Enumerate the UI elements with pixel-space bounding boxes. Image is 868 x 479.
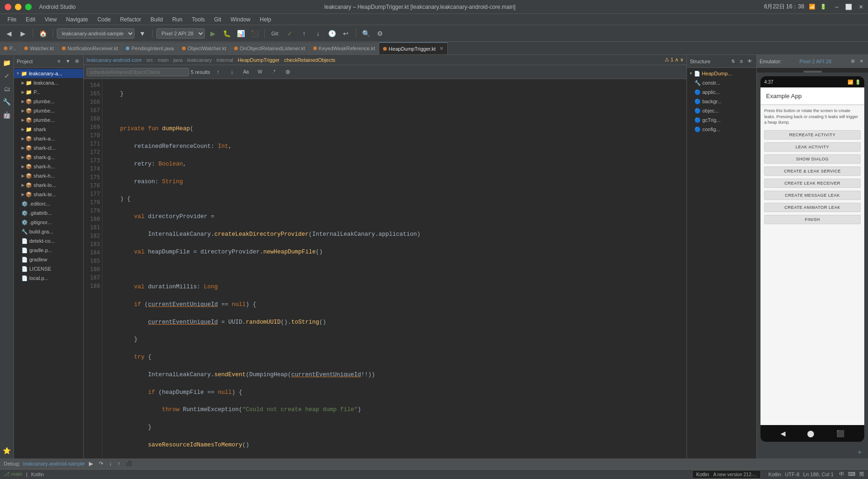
search-all[interactable]: 🔍 (360, 27, 372, 40)
tree-item-gitattrib[interactable]: ⚙️ .gitattrib... (14, 208, 83, 218)
favorites-icon[interactable]: ⭐ (1, 445, 13, 457)
struct-gctrig[interactable]: 🔵 gcTrig... (687, 115, 756, 125)
menu-help[interactable]: Help (256, 15, 275, 24)
window-close[interactable]: ✕ (859, 4, 863, 10)
profile-button[interactable]: 📊 (235, 27, 247, 40)
struct-config[interactable]: 🔵 config... (687, 125, 756, 134)
forward-button[interactable]: ▶ (17, 27, 29, 40)
menu-view[interactable]: View (41, 15, 61, 24)
run-config-settings[interactable]: ▼ (136, 27, 148, 40)
menu-build[interactable]: Build (147, 15, 167, 24)
git-push[interactable]: ↓ (312, 27, 324, 40)
home-button[interactable]: 🏠 (37, 27, 49, 40)
window-minimize[interactable]: − (835, 3, 839, 11)
menu-refactor[interactable]: Refactor (116, 15, 145, 24)
tree-item-leakcana[interactable]: ▶ 📁 leakcana... (14, 78, 83, 87)
settings-button[interactable]: ⚙ (374, 27, 386, 40)
tab-keyed-weak-ref[interactable]: KeyedWeakReference.kt (310, 42, 379, 54)
build-icon[interactable]: 🔧 (1, 96, 13, 108)
git-update[interactable]: ↑ (298, 27, 310, 40)
menu-git[interactable]: Git (210, 15, 225, 24)
tree-item-shark-lo[interactable]: ▶ 📦 shark-lo... (14, 180, 83, 190)
tree-item-plumbe1[interactable]: ▶ 📦 plumbe... (14, 97, 83, 106)
encoding-indicator[interactable]: UTF-8 (785, 472, 799, 477)
tree-item-detekt[interactable]: 📄 detekt-co... (14, 236, 83, 246)
create-message-leak-button[interactable]: CREATE MESSAGE LEAK (764, 191, 861, 200)
tree-item-plumbe3[interactable]: ▶ 📦 plumbe... (14, 115, 83, 125)
structure-visibility[interactable]: 👁 (746, 58, 754, 65)
tree-item-gradlew[interactable]: 📄 gradlew (14, 255, 83, 264)
structure-sort[interactable]: ⇅ (729, 58, 737, 65)
back-button[interactable]: ◀ (3, 27, 15, 40)
tree-item-shark-g[interactable]: ▶ 📦 shark-g... (14, 153, 83, 162)
project-icon[interactable]: 📁 (1, 57, 13, 69)
tab-heap-dump-trigger[interactable]: HeapDumpTrigger.kt ✕ (379, 42, 448, 54)
menu-window[interactable]: Window (227, 15, 254, 24)
tree-item-shark-a[interactable]: ▶ 📦 shark-a... (14, 134, 83, 143)
search-case[interactable]: Aa (240, 66, 252, 78)
create-leak-service-button[interactable]: CREATE & LEAK SERVICE (764, 166, 861, 176)
struct-backgr[interactable]: 🔵 backgr... (687, 97, 756, 106)
create-leak-receiver-button[interactable]: CREATE LEAK RECEIVER (764, 179, 861, 188)
back-nav-icon[interactable]: ◀ (781, 430, 786, 437)
search-prev[interactable]: ↑ (212, 66, 224, 78)
menu-edit[interactable]: Edit (22, 15, 39, 24)
menu-file[interactable]: File (4, 15, 20, 24)
struct-heapdump[interactable]: ▼ 📄 HeapDump... (687, 69, 756, 78)
project-dropdown[interactable]: leakcanary-android-sample (57, 28, 135, 39)
tab-object-watcher[interactable]: ObjectWatcher.kt (178, 42, 230, 54)
menu-navigate[interactable]: Navigate (62, 15, 92, 24)
tree-item-gitignore[interactable]: ⚙️ .gitignor... (14, 218, 83, 227)
tree-item-local-prop[interactable]: 📄 local.p... (14, 273, 83, 283)
tree-item-editorconfig[interactable]: ⚙️ .editorc... (14, 199, 83, 208)
resource-icon[interactable]: 🗂 (1, 83, 13, 95)
leak-activity-button[interactable]: LEAK ACTIVITY (764, 142, 861, 152)
collapse-all[interactable]: ▼ (64, 58, 72, 65)
debug-button[interactable]: 🐛 (221, 27, 233, 40)
stop-button[interactable]: ⬛ (249, 27, 261, 40)
window-maximize[interactable]: ⬜ (845, 4, 852, 10)
struct-applic[interactable]: 🔵 applic... (687, 87, 756, 97)
search-regex[interactable]: .* (268, 66, 280, 78)
run-button[interactable]: ▶ (207, 27, 219, 40)
tree-item-shark[interactable]: ▶ 📁 shark (14, 125, 83, 134)
maximize-button[interactable] (25, 4, 32, 10)
emulator-settings[interactable]: ⚙ (849, 58, 857, 65)
search-input[interactable] (87, 68, 189, 76)
add-device-button[interactable]: + (855, 447, 864, 457)
create-animator-leak-button[interactable]: CREATE ANIMATOR LEAK (764, 203, 861, 212)
home-nav-icon[interactable]: ⬤ (807, 430, 814, 437)
tree-item-shark-cl[interactable]: ▶ 📦 shark-cl... (14, 143, 83, 153)
tree-item-plumbe2[interactable]: ▶ 📦 plumbe... (14, 106, 83, 115)
code-area[interactable]: 164 165 166 167 168 169 170 171 172 173 … (84, 79, 686, 459)
code-content[interactable]: } private fun dumpHeap( retainedReferenc… (102, 79, 686, 459)
tab-watcher[interactable]: Watcher.kt (20, 42, 58, 54)
recreate-activity-button[interactable]: RECREATE ACTIVITY (764, 130, 861, 140)
recent-nav-icon[interactable]: ⬛ (836, 430, 844, 437)
emulator-close[interactable]: ✕ (858, 58, 865, 65)
tree-item-license[interactable]: 📄 LICENSE (14, 264, 83, 273)
commit-icon[interactable]: ✓ (1, 70, 13, 82)
tab-on-object-retained[interactable]: OnObjectRetainedListener.kt (230, 42, 310, 54)
minimize-button[interactable] (15, 4, 21, 10)
tree-item-p[interactable]: ▶ 📁 P... (14, 87, 83, 97)
tab-notification-receiver[interactable]: NotificationReceiver.kt (58, 42, 122, 54)
debug-step-in[interactable]: ↓ (108, 460, 113, 467)
tree-item-gradle-prop[interactable]: 📄 gradle.p... (14, 246, 83, 255)
tree-item-shark-te[interactable]: ▶ 📦 shark-te... (14, 190, 83, 199)
search-next[interactable]: ↓ (226, 66, 238, 78)
finish-button[interactable]: FINISH (764, 215, 861, 224)
structure-alpha[interactable]: α (738, 58, 745, 65)
tree-item-leakcanary-core[interactable]: ▼ 📁 leakcanary-a... (14, 69, 83, 78)
device-dropdown[interactable]: Pixel 2 API 28 (156, 28, 205, 39)
tab-close[interactable]: ✕ (439, 46, 444, 52)
search-filter[interactable]: ⚙ (282, 66, 294, 78)
menu-run[interactable]: Run (168, 15, 186, 24)
menu-code[interactable]: Code (94, 15, 114, 24)
tab-pending-intent[interactable]: PendingIntent.java (122, 42, 178, 54)
tree-item-shark-h2[interactable]: ▶ 📦 shark-h... (14, 171, 83, 180)
git-rollback[interactable]: ↩ (340, 27, 352, 40)
debug-stop[interactable]: ⬛ (124, 460, 134, 467)
close-button[interactable] (5, 4, 11, 10)
settings-project[interactable]: ⚙ (73, 58, 81, 65)
